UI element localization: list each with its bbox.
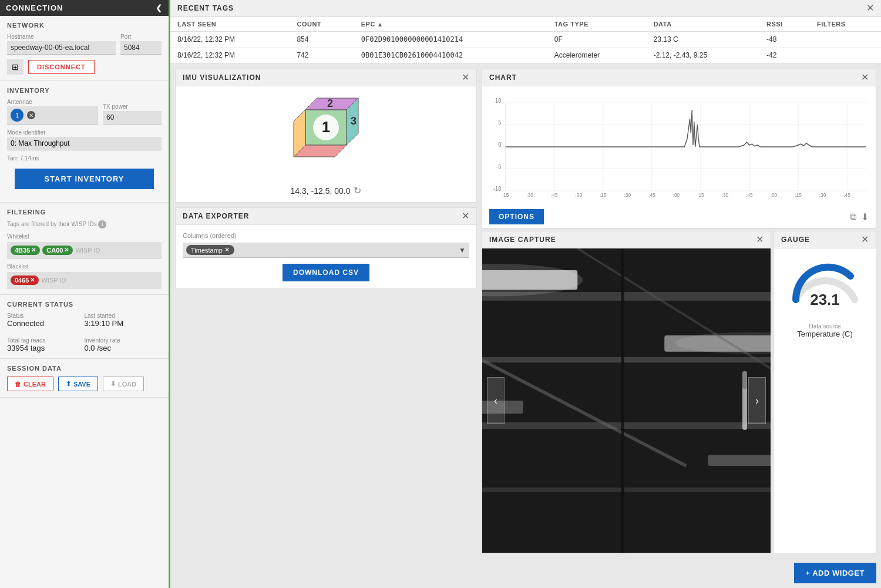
svg-text::15: :15	[600, 192, 607, 198]
download-csv-button[interactable]: DOWNLOAD CSV	[283, 264, 369, 281]
sidebar: CONNECTION ❮ NETWORK Hostname Port ⊞ DIS…	[0, 0, 170, 588]
filtering-section: FILTERING Tags are filtered by their WIS…	[0, 203, 169, 295]
chart-options-button[interactable]: OPTIONS	[489, 209, 544, 224]
mode-select[interactable]: 0: Max Throughput	[7, 137, 162, 150]
blacklist-chip-1-x[interactable]: ✕	[30, 277, 35, 283]
tx-input[interactable]	[103, 111, 162, 125]
clear-button[interactable]: 🗑 CLEAR	[7, 377, 53, 391]
svg-rect-60	[621, 248, 624, 553]
chip-remove-icon[interactable]: ✕	[224, 246, 230, 254]
imu-header: IMU VISUALIZATION ✕	[176, 69, 476, 86]
hostname-input[interactable]	[7, 41, 116, 55]
col-tag-type[interactable]: TAG TYPE	[547, 17, 647, 32]
whitelist-label: Whitelist	[7, 233, 162, 240]
download-icon[interactable]: ⬇	[861, 211, 869, 223]
disconnect-button[interactable]: DISCONNECT	[28, 60, 95, 74]
start-inventory-button[interactable]: START INVENTORY	[15, 169, 154, 189]
image-close-button[interactable]: ✕	[756, 235, 764, 244]
svg-text:3: 3	[351, 115, 357, 127]
gauge-close-button[interactable]: ✕	[861, 235, 869, 244]
svg-text::30: :30	[819, 192, 826, 198]
mode-label: Mode identifier	[7, 129, 162, 136]
column-chip-timestamp: Timestamp ✕	[186, 245, 234, 255]
whitelist-input[interactable]: 4B35 ✕ CA00 ✕ WISP ID	[7, 242, 162, 258]
blacklist-label: Blacklist	[7, 263, 162, 270]
gauge-source-value: Temperature (C)	[797, 330, 853, 338]
col-rssi[interactable]: RSSI	[759, 17, 810, 32]
cell-rssi-2: -42	[759, 48, 810, 63]
bottom-panels-row: IMAGE CAPTURE ✕	[482, 231, 881, 558]
imu-panel: IMU VISUALIZATION ✕	[175, 69, 477, 203]
columns-select-row[interactable]: Timestamp ✕ ▼	[183, 243, 469, 258]
columns-label: Columns (ordered)	[183, 232, 469, 239]
antenna-input-row: 1 ✕	[7, 106, 98, 125]
recent-tags-title: RECENT TAGS	[177, 4, 234, 12]
image-title: IMAGE CAPTURE	[489, 236, 556, 244]
svg-text::30: :30	[526, 192, 533, 198]
chart-options-row: OPTIONS ⧉ ⬇	[482, 206, 876, 228]
svg-rect-49	[482, 357, 771, 362]
whitelist-chip-1: 4B35 ✕	[11, 246, 40, 255]
exporter-title: DATA EXPORTER	[183, 212, 249, 220]
inventory-rate-value: 0.0 /sec	[85, 344, 162, 352]
inventory-title: INVENTORY	[7, 87, 162, 94]
save-button[interactable]: ⬆ SAVE	[58, 377, 98, 391]
svg-text::45: :45	[843, 192, 850, 198]
col-data[interactable]: DATA	[647, 17, 759, 32]
svg-text:0: 0	[498, 142, 501, 148]
cell-filters-2	[810, 48, 881, 63]
col-epc[interactable]: EPC ▲	[354, 17, 547, 32]
port-input[interactable]	[120, 41, 162, 55]
cell-epc-2: 0B01E301CB02610004410042	[354, 48, 547, 63]
image-header: IMAGE CAPTURE ✕	[482, 231, 771, 248]
antenna-badge: 1	[11, 109, 23, 122]
col-filters: FILTERS	[810, 17, 881, 32]
network-title: NETWORK	[7, 22, 162, 29]
recent-tags-table: LAST SEEN COUNT EPC ▲ TAG TYPE DATA RSSI…	[170, 17, 881, 63]
copy-icon[interactable]: ⧉	[850, 211, 856, 223]
exporter-close-button[interactable]: ✕	[462, 211, 469, 221]
cell-last-seen-1: 8/16/22, 12:32 PM	[170, 32, 290, 48]
chart-svg: 10 5 0 -5 -10	[489, 92, 869, 198]
antenna-badge-x[interactable]: ✕	[27, 111, 35, 119]
blacklist-placeholder: WISP ID	[41, 277, 66, 284]
cell-filters-1	[810, 32, 881, 48]
port-label: Port	[120, 33, 162, 40]
svg-rect-50	[482, 422, 771, 429]
gauge-source-label: Data source	[797, 323, 853, 330]
image-prev-button[interactable]: ‹	[487, 377, 505, 424]
imu-cube-svg: 1 2 3	[282, 92, 370, 180]
cell-tag-type-2: Accelerometer	[547, 48, 647, 63]
cell-count-1: 854	[290, 32, 354, 48]
load-icon: ⬇	[110, 380, 116, 388]
filter-info-icon[interactable]: i	[98, 220, 106, 229]
right-panels: CHART ✕ 10 5 0 -5 -10	[482, 64, 881, 558]
session-data-title: SESSION DATA	[7, 365, 162, 372]
load-button[interactable]: ⬇ LOAD	[103, 377, 144, 391]
image-content: ‹ ›	[482, 248, 771, 553]
chart-header: CHART ✕	[482, 69, 876, 86]
imu-close-button[interactable]: ✕	[462, 73, 469, 82]
whitelist-chip-1-x[interactable]: ✕	[31, 247, 36, 253]
add-widget-row: + ADD WIDGET	[170, 558, 881, 588]
cell-data-2: -2.12, -2.43, 9.25	[647, 48, 759, 63]
col-last-seen[interactable]: LAST SEEN	[170, 17, 290, 32]
monitor-icon-btn[interactable]: ⊞	[7, 59, 23, 75]
svg-rect-51	[482, 488, 771, 492]
svg-text::45: :45	[551, 192, 558, 198]
exporter-content: Columns (ordered) Timestamp ✕ ▼ DOWNLOAD…	[176, 225, 476, 288]
whitelist-chip-2-x[interactable]: ✕	[64, 247, 69, 253]
add-widget-button[interactable]: + ADD WIDGET	[794, 563, 877, 583]
save-icon: ⬆	[66, 380, 71, 388]
gauge-panel: GAUGE ✕ 23.1 Data source	[774, 231, 876, 553]
image-next-button[interactable]: ›	[748, 377, 766, 424]
recent-tags-close-button[interactable]: ✕	[866, 4, 874, 13]
blacklist-input[interactable]: 0465 ✕ WISP ID	[7, 272, 162, 288]
imu-title: IMU VISUALIZATION	[183, 73, 261, 82]
chart-area: 10 5 0 -5 -10	[482, 86, 876, 206]
col-count[interactable]: COUNT	[290, 17, 354, 32]
collapse-icon[interactable]: ❮	[156, 4, 163, 12]
columns-dropdown-icon[interactable]: ▼	[459, 246, 466, 254]
chart-close-button[interactable]: ✕	[861, 73, 869, 82]
imu-refresh-icon[interactable]: ↻	[354, 185, 361, 196]
